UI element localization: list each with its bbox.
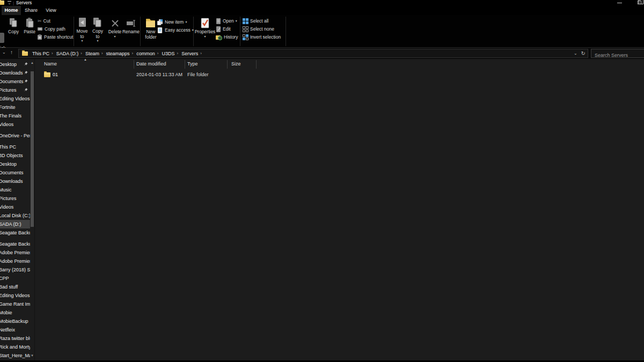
breadcrumb-item[interactable]: Servers [180, 51, 199, 56]
copy-to-button[interactable]: Copy to ▾ [90, 17, 105, 42]
sidebar-item[interactable]: Mobie [0, 308, 30, 317]
address-dropdown-icon[interactable]: ⌄ [574, 51, 577, 56]
cut-button[interactable]: ✂ Cut [38, 17, 50, 25]
sidebar-item[interactable]: This PC [0, 143, 30, 151]
recent-locations-dropdown-icon[interactable]: ⌄ [2, 50, 6, 55]
search-input[interactable] [591, 51, 644, 60]
sidebar-item[interactable]: Raza twitter blue [0, 334, 30, 343]
sidebar-scrollbar-thumb[interactable] [31, 71, 34, 227]
sidebar-scrollbar[interactable]: ▲ ▼ [30, 59, 34, 360]
copy-path-button[interactable]: Copy path [38, 25, 65, 33]
up-one-level-icon[interactable]: ↑ [10, 49, 13, 55]
sidebar-item[interactable]: CPP [0, 274, 30, 283]
column-header-name[interactable]: Name [35, 60, 134, 69]
sidebar-item[interactable]: Desktop [0, 160, 30, 168]
sidebar-item[interactable]: Music [0, 186, 30, 194]
sidebar-item[interactable]: Start_Here_Mac... [0, 351, 30, 360]
sidebar-item[interactable]: Videos [0, 203, 30, 211]
paste-icon [25, 17, 34, 29]
sidebar-item[interactable]: Bad stuff [0, 283, 30, 291]
sidebar-item[interactable]: Videos [0, 120, 30, 129]
invert-selection-button[interactable]: Invert selection [243, 33, 281, 41]
paste-shortcut-button[interactable]: Paste shortcut [38, 33, 73, 41]
breadcrumb-item[interactable]: common [135, 51, 156, 56]
breadcrumb-separator-icon[interactable]: › [50, 51, 55, 56]
select-none-button[interactable]: Select none [243, 25, 274, 33]
paste-shortcut-icon [38, 34, 42, 40]
delete-button[interactable]: Delete ▾ [107, 17, 123, 42]
quick-access-toolbar-dropdown-icon[interactable]: ⌄ [7, 1, 12, 5]
new-item-button[interactable]: New item ▾ [157, 18, 187, 26]
sidebar-item[interactable]: Desktop [0, 60, 30, 69]
breadcrumb-separator-icon[interactable]: › [156, 51, 161, 56]
sidebar-item-label: Videos [0, 120, 30, 129]
sidebar-item[interactable]: Barry (2018) Seas [0, 265, 30, 274]
select-all-button[interactable]: Select all [243, 17, 269, 25]
easy-access-button[interactable]: Easy access ▾ [157, 26, 194, 34]
sidebar-item[interactable]: Adobe Premiere [0, 257, 30, 265]
sidebar-item[interactable]: Rick and Morty S [0, 343, 30, 351]
search-box[interactable] [591, 49, 644, 58]
file-explorer-window: ⌄ | Servers Home Share View ick Copy [0, 0, 644, 362]
ribbon-tab[interactable]: Share [24, 6, 39, 15]
column-header-type[interactable]: Type [185, 60, 228, 69]
edit-button[interactable]: Edit [216, 25, 231, 33]
sidebar-item-label: Start_Here_Mac... [0, 351, 30, 360]
sidebar-item[interactable]: SADA (D:) [0, 220, 30, 228]
scroll-down-icon[interactable]: ▼ [30, 353, 34, 358]
ribbon-tab-label: Home [4, 8, 18, 13]
breadcrumb-item[interactable]: U3DS [160, 51, 175, 56]
breadcrumb-item[interactable]: steamapps [105, 51, 131, 56]
ribbon-tab[interactable]: Home [2, 6, 21, 15]
open-button[interactable]: Open ▾ [216, 17, 237, 25]
breadcrumb-separator-icon[interactable]: › [79, 51, 84, 56]
sidebar-item[interactable]: Editing Videos [0, 94, 30, 103]
restore-button[interactable] [638, 1, 641, 4]
move-to-button[interactable]: Move to ▾ [75, 17, 90, 42]
properties-button[interactable]: Properties ▾ [193, 17, 217, 42]
breadcrumb-item[interactable]: This PC [31, 51, 50, 56]
sidebar-item[interactable]: Netfleix [0, 326, 30, 334]
pin-icon [24, 88, 28, 92]
ribbon-tab[interactable]: View [44, 6, 58, 15]
sidebar-item[interactable]: Editing Videos [0, 291, 30, 300]
sidebar-item[interactable]: MobieBackup [0, 317, 30, 326]
sidebar-item[interactable]: Pictures [0, 86, 30, 94]
sidebar-item[interactable]: The Finals [0, 112, 30, 120]
file-row[interactable]: 01 2024-01-03 11:33 AM File folder [35, 70, 644, 79]
sidebar-item[interactable]: Documents [0, 77, 30, 86]
minimize-button[interactable] [617, 3, 622, 3]
refresh-icon[interactable]: ↻ [581, 50, 586, 56]
sidebar-item[interactable]: Downloads [0, 177, 30, 186]
breadcrumb-separator-icon[interactable]: › [199, 51, 204, 56]
file-name-cell[interactable]: 01 [44, 70, 133, 79]
file-size [231, 70, 257, 79]
sidebar-item[interactable]: Game Rant Imag [0, 300, 30, 308]
rename-button[interactable]: Rename [122, 17, 140, 42]
breadcrumb-separator-icon[interactable]: › [175, 51, 180, 56]
sidebar-item[interactable]: Adobe Premiere [0, 248, 30, 257]
sidebar-item[interactable]: 3D Objects [0, 151, 30, 160]
group-separator [74, 17, 74, 46]
breadcrumb-item[interactable]: Steam [84, 51, 100, 56]
column-header-date-modified[interactable]: Date modified [134, 60, 185, 69]
breadcrumb-separator-icon[interactable]: › [131, 51, 136, 56]
sidebar-item[interactable]: Local Disk (C:) [0, 211, 30, 220]
sidebar-item[interactable]: Seagate Backup P [0, 240, 30, 248]
sidebar-item-label: SADA (D:) [0, 220, 30, 228]
sidebar-item[interactable]: Documents [0, 168, 30, 177]
breadcrumb-item[interactable]: SADA (D:) [55, 51, 80, 56]
sidebar-item[interactable]: OneDrive - Person [0, 131, 30, 140]
breadcrumb-separator-icon[interactable]: › [100, 51, 105, 56]
scroll-up-icon[interactable]: ▲ [30, 60, 34, 65]
copy-button[interactable]: Copy [5, 17, 21, 42]
title-bar[interactable]: ⌄ | Servers [0, 0, 644, 6]
paste-button[interactable]: Paste [22, 17, 37, 42]
sidebar-item[interactable]: Seagate Backup [0, 228, 30, 237]
address-bar[interactable]: This PC › SADA (D:) › Steam › steamapps … [18, 49, 588, 58]
sidebar-item[interactable]: Pictures [0, 194, 30, 203]
history-button[interactable]: History [216, 33, 238, 41]
sidebar-item[interactable]: Downloads [0, 69, 30, 77]
column-header-size[interactable]: Size [228, 60, 257, 69]
sidebar-item[interactable]: Fortnite [0, 103, 30, 112]
